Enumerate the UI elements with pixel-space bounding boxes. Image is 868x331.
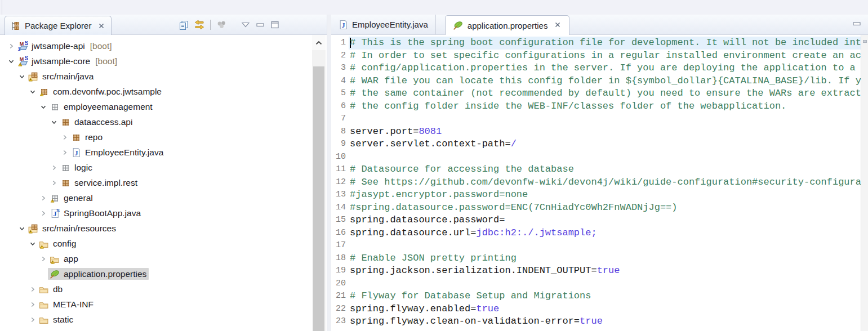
editor-line-2[interactable]: 2 # In order to set specific configurati… [331,50,861,62]
editor-line-20[interactable]: 20 [331,278,861,290]
editor-line-12[interactable]: 12 # See https://github.com/devonfw-wiki… [331,176,861,189]
editor-line-14[interactable]: 14 #spring.datasource.password=ENC(7CnHi… [331,202,861,214]
code-text[interactable]: # the same container (not recommended by… [349,87,861,100]
tab-package-explorer[interactable]: Package Explorer [5,16,112,35]
tree-item-static[interactable]: static [0,312,327,327]
focus-icon[interactable] [216,20,226,29]
expanded-arrow-icon[interactable] [17,72,26,81]
code-text[interactable]: # Flyway for Database Setup and Migratio… [349,290,861,303]
code-text[interactable]: spring.datasource.url=jdbc:h2:./.jwtsamp… [349,227,861,240]
collapsed-arrow-icon[interactable] [28,300,37,309]
collapsed-arrow-icon[interactable] [28,315,37,324]
code-text[interactable] [349,151,861,164]
collapsed-arrow-icon[interactable] [39,209,48,218]
editor-line-5[interactable]: 5 # the same container (not recommended … [331,87,861,100]
tree-item-app[interactable]: app [0,251,327,266]
minimize-icon[interactable] [256,21,265,29]
close-icon[interactable] [97,22,105,30]
scrollbar-thumb[interactable] [313,66,324,331]
editor-line-21[interactable]: 21 # Flyway for Database Setup and Migra… [331,290,861,303]
code-text[interactable]: # the config folder inside the WEB-INF/c… [349,100,861,113]
editor-line-4[interactable]: 4 # WAR file you can locate this config … [331,75,861,88]
tree-item-src-main-java[interactable]: src/main/java [0,69,327,84]
code-text[interactable]: # config/application.properties in the s… [349,62,861,75]
editor-line-1[interactable]: 1 # This is the spring boot configuratio… [331,37,861,50]
tree-scrollbar[interactable] [312,35,326,331]
editor-line-22[interactable]: 22 spring.flyway.enabled=true [331,303,861,316]
tree-item-service-impl-rest[interactable]: service.impl.rest [0,175,327,190]
tree-item-repo[interactable]: repo [0,129,327,145]
editor-line-8[interactable]: 8 server.port=8081 [331,126,861,138]
editor-tab-application-properties[interactable]: application.properties [445,15,570,35]
collapsed-arrow-icon[interactable] [60,133,69,142]
editor-line-11[interactable]: 11 # Datasource for accessing the databa… [331,163,861,176]
code-text[interactable]: spring.flyway.enabled=true [349,303,861,316]
view-menu-icon[interactable] [241,21,250,29]
code-text[interactable]: # Datasource for accessing the database [349,163,861,176]
editor-line-6[interactable]: 6 # the config folder inside the WEB-INF… [331,100,861,113]
code-text[interactable]: # In order to set specific configuration… [349,50,861,62]
code-text[interactable]: #spring.datasource.password=ENC(7CnHiadY… [349,202,861,214]
editor-line-9[interactable]: 9 server.servlet.context-path=/ [331,138,861,151]
editor-line-16[interactable]: 16 spring.datasource.url=jdbc:h2:./.jwts… [331,227,861,240]
tree-item-employeeentity-java[interactable]: JEmployeeEntity.java [0,145,327,160]
code-text[interactable] [349,113,861,126]
minimize-bar-icon[interactable] [852,20,861,28]
tree-item-logic[interactable]: logic [0,160,327,175]
tree-item-config[interactable]: config [0,236,327,251]
editor-line-18[interactable]: 18 # Enable JSON pretty printing [331,252,861,265]
tree-item-meta-inf[interactable]: META-INF [0,297,327,312]
tree-item-springbootapp-java[interactable]: JSSpringBootApp.java [0,205,327,221]
code-text[interactable]: server.port=8081 [349,126,861,138]
tree-item-jwtsample-core[interactable]: MSjwtsample-core[boot] [0,53,327,69]
collapsed-arrow-icon[interactable] [50,178,59,187]
tree-item-general[interactable]: general [0,190,327,205]
expanded-arrow-icon[interactable] [17,224,26,233]
collapsed-arrow-icon[interactable] [60,148,69,157]
tree-item-jwtsample-api[interactable]: MS1jwtsample-api[boot] [0,38,327,53]
code-text[interactable]: server.servlet.context-path=/ [349,138,861,151]
editor-line-13[interactable]: 13 #jasypt.encryptor.password=none [331,189,861,202]
overview-ruler[interactable] [861,35,868,331]
code-text[interactable]: #jasypt.encryptor.password=none [349,189,861,202]
editor-line-23[interactable]: 23 spring.flyway.clean-on-validation-err… [331,315,861,328]
editor-line-10[interactable]: 10 [331,151,861,164]
expanded-arrow-icon[interactable] [39,102,48,111]
code-text[interactable] [349,278,861,290]
collapsed-arrow-icon[interactable] [28,285,37,294]
close-icon[interactable] [554,21,562,30]
code-text[interactable]: spring.jackson.serialization.INDENT_OUTP… [349,265,861,278]
collapsed-arrow-icon[interactable] [7,42,16,51]
panel-sash[interactable] [327,15,331,331]
collapse-all-icon[interactable] [179,20,189,30]
code-text[interactable] [349,239,861,252]
editor-line-17[interactable]: 17 [331,239,861,252]
code-text[interactable]: # This is the spring boot configuration … [349,37,861,50]
editor-tab-employeeentity-java[interactable]: J EmployeeEntity.java [331,15,436,34]
collapsed-arrow-icon[interactable] [39,194,48,203]
tree-item-application-properties[interactable]: application.properties [0,266,327,281]
scroll-up-icon[interactable] [312,35,326,50]
code-text[interactable]: spring.datasource.password= [349,214,861,227]
editor-line-7[interactable]: 7 [331,113,861,126]
code-text[interactable]: # Enable JSON pretty printing [349,252,861,265]
expanded-arrow-icon[interactable] [28,239,37,248]
link-with-editor-icon[interactable] [194,20,204,29]
expanded-arrow-icon[interactable] [50,118,59,127]
editor-line-19[interactable]: 19 spring.jackson.serialization.INDENT_O… [331,265,861,278]
tree-item-dataaccess-api[interactable]: dataaccess.api [0,114,327,129]
expanded-arrow-icon[interactable] [28,87,37,96]
maximize-icon[interactable] [270,21,279,29]
tree-item-employeemanagement[interactable]: employeemanagement [0,99,327,114]
tree-item-src-main-resources[interactable]: src/main/resources [0,221,327,236]
editor-line-3[interactable]: 3 # config/application.properties in the… [331,62,861,75]
collapsed-arrow-icon[interactable] [39,254,48,263]
code-text[interactable]: spring.flyway.clean-on-validation-error=… [349,315,861,328]
collapsed-arrow-icon[interactable] [50,163,59,172]
expanded-arrow-icon[interactable] [7,57,16,66]
tree-item-db[interactable]: db [0,281,327,297]
code-text[interactable]: # WAR file you can locate this config fo… [349,75,861,88]
tree-item-com-devonfw-poc-jwtsample[interactable]: com.devonfw.poc.jwtsample [0,84,327,99]
code-text[interactable]: # See https://github.com/devonfw-wiki/de… [349,176,861,189]
editor-line-15[interactable]: 15 spring.datasource.password= [331,214,861,227]
